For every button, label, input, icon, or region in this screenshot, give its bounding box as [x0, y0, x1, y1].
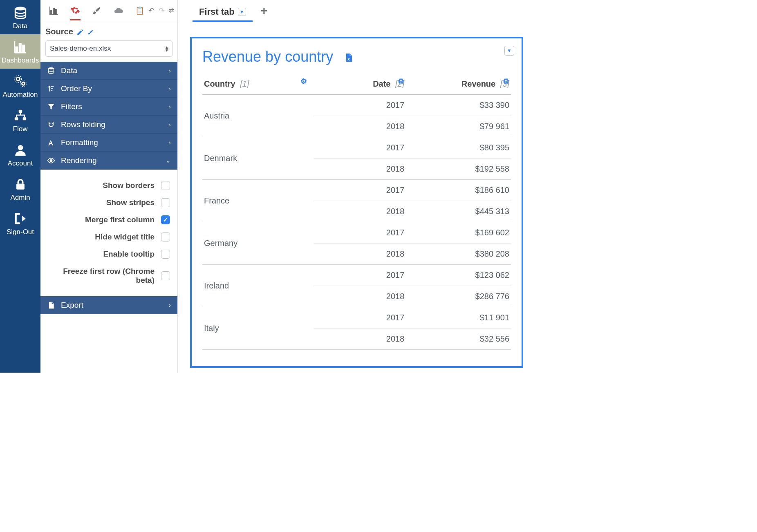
svg-point-6: [22, 82, 25, 85]
opt-freeze-first-row: Freeze first row (Chrome beta): [40, 263, 170, 289]
table-widget: ▼ Revenue by country x Country [1] ⚙ Dat…: [190, 37, 523, 368]
excel-file-icon[interactable]: x: [344, 48, 354, 65]
nav-item-account[interactable]: Account: [0, 137, 40, 172]
opt-hide-widget-title: Hide widget title: [40, 228, 170, 246]
checkbox[interactable]: [161, 181, 170, 190]
gear-icon[interactable]: ⚙: [503, 77, 509, 86]
add-tab-button[interactable]: +: [261, 4, 267, 18]
lock-icon: [13, 177, 28, 191]
checkbox[interactable]: [161, 232, 170, 241]
nav-item-automation[interactable]: Automation: [0, 69, 40, 103]
undo-icon[interactable]: ↶: [148, 6, 155, 15]
opt-show-borders: Show borders: [40, 177, 170, 194]
svg-rect-1: [16, 47, 17, 51]
gear-icon[interactable]: ⚙: [300, 77, 307, 86]
main-canvas: First tab ▼ + ▼ Revenue by country x Cou…: [178, 0, 532, 373]
section-data[interactable]: Data ›: [40, 62, 177, 80]
nav-item-admin[interactable]: Admin: [0, 172, 40, 206]
section-rendering[interactable]: Rendering ⌄: [40, 152, 177, 170]
opt-merge-first-column: Merge first column ✓: [40, 211, 170, 228]
section-formatting[interactable]: Formatting ›: [40, 134, 177, 152]
nav-label: Admin: [10, 194, 30, 201]
nav-label: Dashboards: [2, 56, 39, 64]
svg-rect-10: [22, 117, 26, 120]
panel-toolbar: 📋 ↶ ↷ ⇄: [40, 0, 177, 21]
cloud-icon[interactable]: [112, 6, 125, 16]
brush-icon[interactable]: [91, 6, 102, 16]
widget-menu-button[interactable]: ▼: [504, 46, 514, 56]
section-filters[interactable]: Filters ›: [40, 98, 177, 116]
clipboard-icon[interactable]: 📋: [135, 6, 144, 15]
table-row: Germany2017$169 602: [202, 222, 511, 244]
swap-icon[interactable]: ⇄: [169, 6, 174, 15]
gear-icon[interactable]: ⚙: [398, 77, 404, 86]
checkbox[interactable]: [161, 198, 170, 207]
nav-item-dashboards[interactable]: Dashboards: [0, 34, 40, 69]
source-select[interactable]: Sales-demo-en.xlsx ▴▾: [45, 40, 172, 57]
redo-icon[interactable]: ↷: [159, 6, 165, 15]
svg-rect-3: [22, 45, 24, 52]
chart-type-icon[interactable]: [49, 6, 59, 16]
cell-revenue: $32 556: [406, 329, 511, 350]
section-rowsfolding[interactable]: Rows folding ›: [40, 116, 177, 134]
th-revenue: Revenue [3] ⚙: [406, 76, 511, 95]
table-row: Austria2017$33 390: [202, 95, 511, 116]
left-nav: Data Dashboards Automation Flow Account …: [0, 0, 40, 373]
flow-icon: [13, 109, 28, 123]
barchart-icon: [13, 40, 28, 54]
cell-date: 2018: [314, 329, 406, 350]
nav-item-flow[interactable]: Flow: [0, 103, 40, 137]
nav-item-signout[interactable]: Sign-Out: [0, 206, 40, 240]
rendering-options: Show borders Show stripes Merge first co…: [40, 170, 177, 296]
font-icon: [47, 139, 55, 147]
widget-title: Revenue by country x: [202, 48, 511, 65]
svg-point-16: [48, 67, 54, 69]
table-row: Ireland2017$123 062: [202, 265, 511, 286]
th-date: Date [2] ⚙: [314, 76, 406, 95]
cell-date: 2017: [314, 222, 406, 244]
opt-enable-tooltip: Enable tooltip: [40, 246, 170, 263]
cell-date: 2017: [314, 180, 406, 201]
checkbox[interactable]: [161, 250, 170, 259]
tab-dropdown-icon[interactable]: ▼: [238, 8, 246, 16]
chevron-right-icon: ›: [169, 103, 171, 110]
cell-date: 2017: [314, 137, 406, 159]
funnel-icon: [47, 103, 55, 111]
section-orderby[interactable]: Order By ›: [40, 80, 177, 98]
cell-revenue: $192 558: [406, 159, 511, 180]
settings-panel: 📋 ↶ ↷ ⇄ Source Sales-demo-en.xlsx ▴▾ Dat…: [40, 0, 178, 373]
sort-icon: [47, 85, 55, 93]
magnet-icon: [47, 121, 55, 129]
table-row: France2017$186 610: [202, 180, 511, 201]
chevron-right-icon: ›: [169, 139, 171, 146]
cell-date: 2018: [314, 201, 406, 222]
checkbox[interactable]: ✓: [161, 215, 170, 224]
checkbox[interactable]: [161, 271, 170, 280]
cell-date: 2018: [314, 159, 406, 180]
section-export[interactable]: Export ›: [40, 296, 177, 314]
database-icon: [13, 6, 28, 20]
nav-label: Sign-Out: [7, 228, 34, 236]
settings-gear-icon[interactable]: [70, 5, 81, 20]
nav-label: Flow: [13, 125, 28, 133]
svg-point-11: [18, 145, 23, 150]
svg-rect-8: [18, 110, 22, 113]
svg-rect-12: [16, 184, 25, 190]
chevron-right-icon: ›: [169, 67, 171, 74]
nav-item-data[interactable]: Data: [0, 0, 40, 34]
cell-date: 2018: [314, 244, 406, 265]
svg-point-17: [50, 159, 52, 161]
tab-strip: First tab ▼ +: [178, 0, 532, 22]
nav-label: Data: [13, 22, 28, 30]
th-country: Country [1] ⚙: [202, 76, 314, 95]
table-row: Italy2017$11 901: [202, 307, 511, 329]
cell-country: Ireland: [202, 265, 314, 307]
data-table: Country [1] ⚙ Date [2] ⚙ Revenue [3] ⚙: [202, 76, 511, 350]
opt-show-stripes: Show stripes: [40, 194, 170, 211]
cell-country: Italy: [202, 307, 314, 350]
brush-small-icon[interactable]: [87, 27, 94, 36]
edit-icon[interactable]: [76, 27, 84, 36]
tab-first[interactable]: First tab ▼: [193, 3, 253, 22]
database-icon: [47, 67, 55, 75]
svg-rect-9: [14, 117, 18, 120]
